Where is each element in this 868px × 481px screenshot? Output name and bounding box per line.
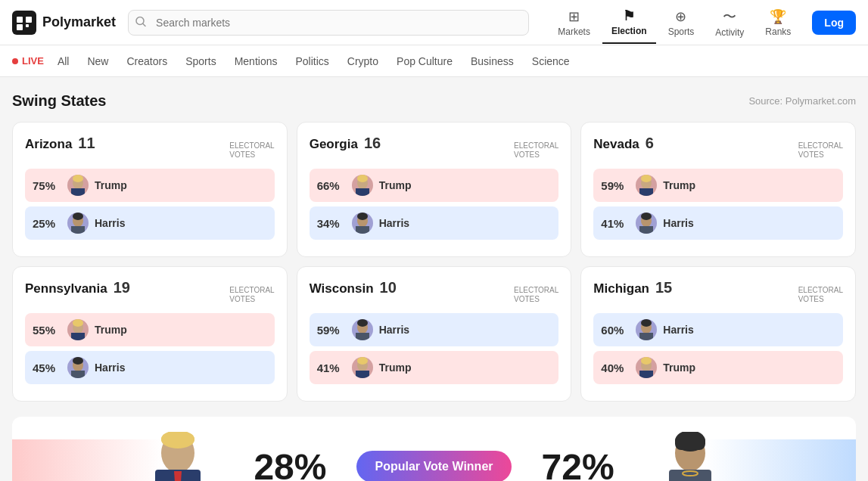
nav-label-activity: Activity <box>715 27 744 38</box>
svg-point-36 <box>357 357 368 365</box>
electoral-votes-num: 6 <box>646 135 654 152</box>
harris-bar: 34% Harris <box>310 206 559 240</box>
svg-point-9 <box>73 175 83 182</box>
state-card-michigan[interactable]: Michigan 15 ELECTORALVOTES 60% Harris 40… <box>580 266 856 402</box>
card-header: Georgia 16 ELECTORALVOTES <box>310 135 559 160</box>
trump-pct: 40% <box>601 362 630 374</box>
harris-name: Harris <box>95 217 125 229</box>
trump-avatar <box>636 175 657 196</box>
electoral-info: ELECTORALVOTES <box>229 286 274 304</box>
harris-name: Harris <box>379 217 409 229</box>
sub-nav-crypto[interactable]: Crypto <box>340 51 386 72</box>
trump-bar: 66% Trump <box>310 169 559 202</box>
harris-name: Harris <box>663 324 693 336</box>
electoral-votes-num: 10 <box>380 279 397 296</box>
electoral-votes-num: 19 <box>114 279 130 296</box>
svg-line-6 <box>143 23 145 26</box>
svg-rect-11 <box>71 226 85 234</box>
state-card-georgia[interactable]: Georgia 16 ELECTORALVOTES 66% Trump 34% … <box>297 122 572 257</box>
sub-nav-politics[interactable]: Politics <box>288 51 336 72</box>
harris-bar: 25% Harris <box>25 206 275 240</box>
svg-point-18 <box>357 213 368 220</box>
harris-pct: 59% <box>317 324 346 337</box>
svg-point-24 <box>641 213 652 220</box>
svg-rect-14 <box>356 188 369 196</box>
svg-rect-52 <box>675 435 705 450</box>
state-card-arizona[interactable]: Arizona 11 ELECTORALVOTES 75% Trump 25% … <box>12 122 288 257</box>
svg-rect-29 <box>71 371 85 378</box>
svg-rect-4 <box>26 24 29 27</box>
svg-point-12 <box>73 213 83 220</box>
nav-item-activity[interactable]: 〜 Activity <box>706 2 753 44</box>
sub-nav-business[interactable]: Business <box>463 51 521 72</box>
trump-figure <box>132 432 223 481</box>
sub-nav-creators[interactable]: Creators <box>119 51 175 72</box>
login-button[interactable]: Log <box>812 11 856 35</box>
harris-avatar <box>352 319 373 340</box>
trump-bar: 41% Trump <box>310 351 559 384</box>
svg-rect-20 <box>639 188 653 196</box>
trump-pct: 55% <box>33 324 61 337</box>
electoral-info: ELECTORALVOTES <box>229 141 274 160</box>
svg-rect-2 <box>26 17 32 23</box>
electoral-info: ELECTORALVOTES <box>514 286 558 304</box>
state-name: Wisconsin <box>310 281 374 296</box>
harris-name: Harris <box>95 362 125 374</box>
trump-pct: 66% <box>317 179 346 192</box>
main-nav: ⊞ Markets ⚑ Election ⊕ Sports 〜 Activity… <box>549 2 800 44</box>
harris-avatar <box>67 213 89 234</box>
center-button-area: Popular Vote Winner polymarket.com/elect… <box>356 451 511 481</box>
sub-nav-science[interactable]: Science <box>524 51 577 72</box>
popular-vote-button[interactable]: Popular Vote Winner <box>356 451 511 481</box>
harris-avatar <box>636 319 657 340</box>
svg-point-27 <box>73 319 83 327</box>
search-input[interactable] <box>128 10 529 36</box>
state-card-wisconsin[interactable]: Wisconsin 10 ELECTORALVOTES 59% Harris 4… <box>297 266 572 402</box>
svg-rect-17 <box>356 226 369 234</box>
live-label: LIVE <box>22 55 44 67</box>
popular-vote-section: 28% Trump ▲ +2% Popular Vote Winner poly… <box>12 417 856 481</box>
harris-avatar <box>636 213 657 234</box>
svg-rect-3 <box>17 24 23 30</box>
electoral-info: ELECTORALVOTES <box>798 286 843 304</box>
harris-avatar <box>67 357 89 378</box>
trump-name: Trump <box>663 362 695 374</box>
nav-item-sports[interactable]: ⊕ Sports <box>659 2 704 43</box>
harris-bar: 59% Harris <box>310 313 559 346</box>
trump-bar: 59% Trump <box>593 169 843 202</box>
harris-avatar <box>352 213 373 234</box>
sports-icon: ⊕ <box>675 8 686 25</box>
nav-item-markets[interactable]: ⊞ Markets <box>549 2 599 43</box>
svg-rect-8 <box>71 188 85 196</box>
harris-name: Harris <box>379 324 409 336</box>
header: Polymarket ⊞ Markets ⚑ Election ⊕ Sports… <box>0 0 868 45</box>
sub-nav-new[interactable]: New <box>79 51 116 72</box>
election-icon: ⚑ <box>623 8 635 24</box>
harris-pct: 25% <box>33 217 61 230</box>
trump-name: Trump <box>663 179 695 191</box>
state-name: Georgia <box>310 137 358 152</box>
trump-vote-block: 28% Trump ▲ +2% <box>254 446 326 481</box>
trump-name: Trump <box>379 362 412 374</box>
nav-item-ranks[interactable]: 🏆 Ranks <box>756 2 800 43</box>
harris-vote-block: 72% Harris ▼ -3% <box>542 446 614 481</box>
svg-rect-47 <box>161 433 194 445</box>
sub-nav-pop-culture[interactable]: Pop Culture <box>389 51 460 72</box>
sub-nav-mentions[interactable]: Mentions <box>227 51 285 72</box>
state-name: Pennsylvania <box>25 281 107 296</box>
sub-nav-all[interactable]: All <box>50 51 77 72</box>
logo-icon <box>12 11 36 35</box>
sub-nav-sports[interactable]: Sports <box>178 51 223 72</box>
svg-point-21 <box>641 175 652 182</box>
nav-label-sports: Sports <box>668 26 695 37</box>
state-card-nevada[interactable]: Nevada 6 ELECTORALVOTES 59% Trump 41% Ha… <box>580 122 856 257</box>
card-header: Nevada 6 ELECTORALVOTES <box>593 135 843 160</box>
svg-rect-23 <box>639 226 653 234</box>
svg-rect-41 <box>639 371 653 378</box>
svg-point-39 <box>641 319 652 327</box>
logo[interactable]: Polymarket <box>12 11 116 35</box>
ranks-icon: 🏆 <box>770 8 786 25</box>
state-card-pennsylvania[interactable]: Pennsylvania 19 ELECTORALVOTES 55% Trump… <box>12 266 288 402</box>
nav-item-election[interactable]: ⚑ Election <box>602 2 656 44</box>
swing-states-grid: Arizona 11 ELECTORALVOTES 75% Trump 25% … <box>12 122 856 402</box>
